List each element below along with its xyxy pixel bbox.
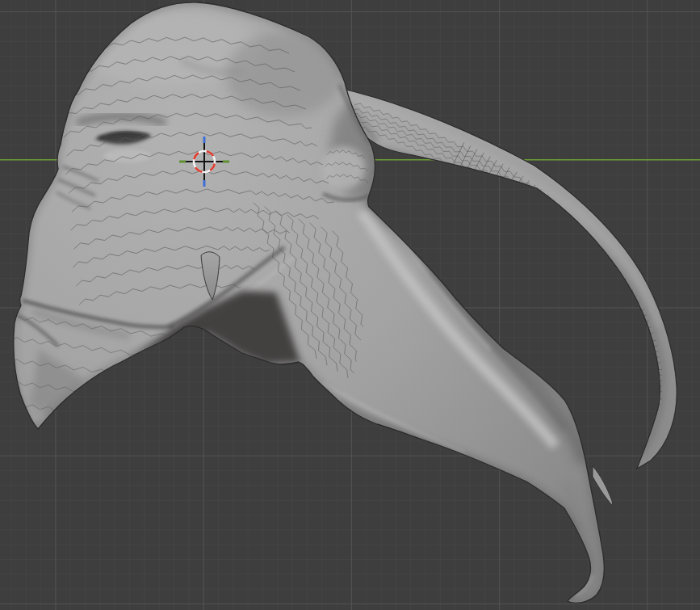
viewport-3d[interactable]	[0, 0, 700, 610]
under-eye-highlight	[103, 149, 152, 162]
scene-svg	[0, 0, 700, 610]
